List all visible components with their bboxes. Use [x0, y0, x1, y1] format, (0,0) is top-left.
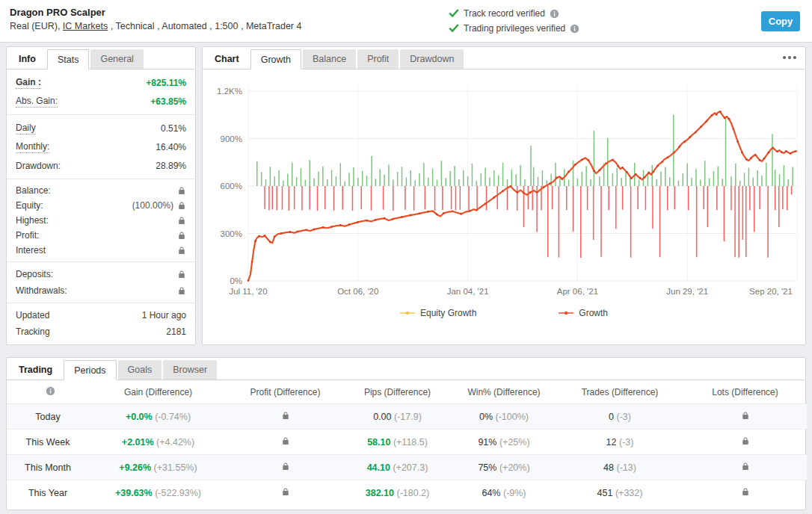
legend-item-growth[interactable]: Growth: [559, 308, 608, 318]
stats-label[interactable]: Monthly:: [16, 141, 49, 153]
stats-value: (100.00%): [132, 200, 186, 211]
chart-tab-chart[interactable]: Chart: [205, 49, 249, 69]
stats-row: Abs. Gain:+63.85%: [7, 92, 195, 111]
stats-label: Interest: [16, 245, 46, 256]
chart-tab-balance[interactable]: Balance: [303, 49, 356, 69]
lock-icon: [177, 270, 186, 279]
stats-label: Deposits:: [16, 269, 53, 279]
svg-text:0%: 0%: [230, 276, 242, 285]
lock-icon: [177, 246, 186, 256]
account-type-text: Real (EUR),: [10, 21, 63, 31]
locked-cell: [683, 480, 807, 506]
locked-cell: [227, 430, 343, 455]
value-cell: 91% (+25%): [452, 430, 556, 455]
stats-row: Balance:: [7, 183, 195, 198]
periods-tab-periods[interactable]: Periods: [64, 360, 116, 380]
stats-tab-general[interactable]: General: [90, 49, 143, 69]
chart-tab-growth[interactable]: Growth: [250, 49, 301, 69]
broker-link[interactable]: IC Markets: [63, 21, 108, 31]
svg-text:Jan 04, '21: Jan 04, '21: [447, 287, 489, 296]
svg-text:600%: 600%: [221, 182, 242, 191]
column-header: Pips (Difference): [343, 380, 452, 404]
check-icon: [449, 8, 459, 19]
stats-value: 1 Hour ago: [142, 310, 186, 321]
legend-item-equity-growth[interactable]: Equity Growth: [400, 308, 476, 318]
periods-panel: TradingPeriodsGoalsBrowser Gain (Differe…: [6, 357, 806, 510]
stats-label[interactable]: Abs. Gain:: [16, 96, 58, 108]
lock-icon: [741, 462, 750, 471]
lock-icon: [741, 487, 750, 497]
chart-tabs: ChartGrowthBalanceProfitDrawdown: [203, 47, 805, 69]
periods-info-header[interactable]: [7, 380, 89, 404]
stats-row: Deposits:: [7, 266, 195, 282]
svg-text:300%: 300%: [221, 229, 242, 238]
periods-tab-trading[interactable]: Trading: [9, 360, 62, 380]
stats-value: 2181: [166, 326, 186, 337]
stats-tab-info[interactable]: Info: [9, 49, 46, 69]
chart-menu-icon[interactable]: [783, 56, 796, 59]
locked-cell: [227, 455, 343, 480]
period-label: This Month: [7, 455, 89, 480]
info-icon[interactable]: [46, 386, 55, 396]
period-label: This Week: [7, 430, 89, 455]
value-cell: 44.10 (+207.3): [343, 455, 452, 480]
table-row: Today+0.0% (-0.74%)0.00 (-17.9)0% (-100%…: [7, 404, 807, 430]
lock-icon: [741, 436, 750, 446]
stats-value: 0.51%: [161, 123, 186, 134]
svg-text:1.2K%: 1.2K%: [217, 87, 242, 96]
chart-tab-profit[interactable]: Profit: [357, 49, 399, 69]
value-cell: 12 (-3): [556, 430, 683, 455]
svg-text:Jul 11, '20: Jul 11, '20: [229, 287, 267, 296]
stats-label: Equity:: [16, 200, 43, 211]
periods-tab-browser[interactable]: Browser: [163, 360, 217, 380]
value-cell: +39.63% (-522.93%): [89, 480, 227, 506]
info-icon[interactable]: [550, 9, 559, 19]
stats-label: Drawdown:: [16, 161, 61, 171]
chart-legend: Equity GrowthGrowth: [203, 308, 805, 318]
copy-button[interactable]: Copy: [761, 11, 800, 31]
verify-text: Track record verified: [464, 8, 545, 19]
value-cell: +9.26% (+31.55%): [89, 455, 227, 480]
value-cell: +2.01% (+4.42%): [89, 430, 227, 455]
stats-row: Monthly:16.40%: [7, 137, 195, 156]
verify-text: Trading privileges verified: [464, 23, 565, 34]
periods-tab-goals[interactable]: Goals: [118, 360, 162, 380]
value-cell: 58.10 (+118.5): [343, 430, 452, 455]
stats-tab-stats[interactable]: Stats: [47, 49, 90, 69]
svg-text:Apr 06, '21: Apr 06, '21: [557, 287, 598, 296]
column-header: Gain (Difference): [89, 380, 227, 404]
info-icon[interactable]: [570, 24, 579, 34]
verification-badges: Track record verifiedTrading privileges …: [449, 6, 579, 36]
stats-label[interactable]: Daily: [16, 123, 36, 134]
svg-text:900%: 900%: [221, 134, 242, 143]
stats-row: Gain :+825.11%: [7, 73, 195, 92]
locked-cell: [227, 480, 343, 506]
stats-row: Withdrawals:: [7, 282, 195, 299]
value-cell: 382.10 (-180.2): [343, 480, 452, 506]
locked-cell: [683, 430, 807, 455]
account-subtitle: Real (EUR), IC Markets , Technical , Aut…: [10, 21, 301, 31]
chart-tab-drawdown[interactable]: Drawdown: [400, 49, 464, 69]
stats-value: [177, 231, 186, 241]
stats-value: 28.89%: [156, 161, 186, 171]
legend-label: Growth: [579, 308, 608, 318]
lock-icon: [281, 436, 290, 446]
stats-label: Profit:: [16, 230, 39, 241]
lock-icon: [177, 201, 186, 211]
table-row: This Year+39.63% (-522.93%)382.10 (-180.…: [7, 480, 807, 506]
table-row: This Week+2.01% (+4.42%)58.10 (+118.5)91…: [7, 430, 807, 455]
stats-label[interactable]: Gain :: [16, 77, 41, 89]
stats-value: [177, 216, 186, 226]
period-label: Today: [7, 404, 89, 430]
lock-icon: [281, 487, 290, 497]
value-cell: +0.0% (-0.74%): [89, 404, 227, 430]
value-cell: 0% (-100%): [452, 404, 556, 430]
stats-label: Withdrawals:: [16, 285, 67, 296]
stats-value: [177, 186, 186, 196]
page: Dragon PRO Scalper Real (EUR), IC Market…: [0, 0, 812, 514]
value-cell: 451 (+332): [556, 480, 683, 506]
stats-row: Updated1 Hour ago: [7, 307, 195, 323]
growth-chart: 0%300%600%900%1.2K%Jul 11, '20Oct 06, '2…: [203, 73, 805, 306]
svg-text:Jun 29, '21: Jun 29, '21: [666, 287, 708, 296]
value-cell: 48 (-13): [556, 455, 683, 480]
